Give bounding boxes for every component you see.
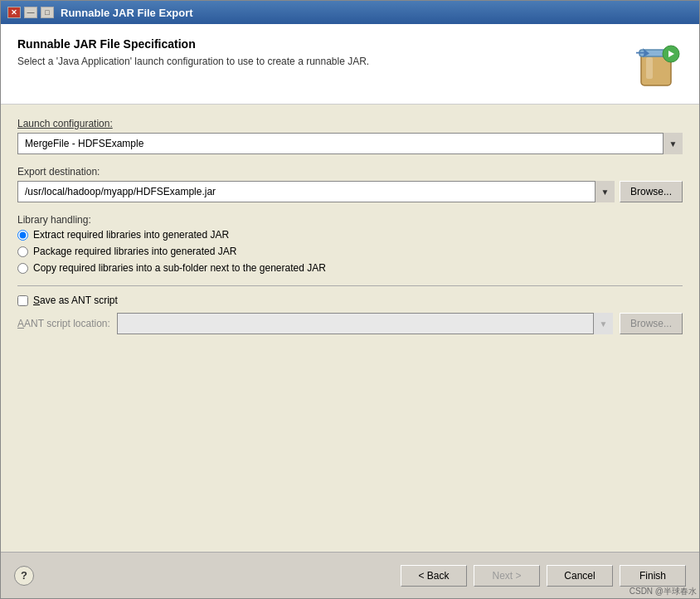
minimize-button[interactable]: — — [24, 7, 37, 18]
library-copy-label: Copy required libraries into a sub-folde… — [33, 262, 326, 274]
export-dest-browse-button[interactable]: Browse... — [620, 181, 683, 202]
title-bar: ✕ — □ Runnable JAR File Export — [1, 1, 699, 24]
ant-script-label-text: Save as ANT script — [33, 295, 118, 306]
jar-icon — [630, 37, 683, 90]
export-dest-row: ▼ Browse... — [17, 181, 683, 202]
ant-browse-button: Browse... — [620, 313, 683, 334]
page-description: Select a 'Java Application' launch confi… — [17, 56, 613, 67]
close-button[interactable]: ✕ — [7, 7, 21, 18]
library-extract-radio[interactable] — [17, 230, 28, 241]
window-controls: ✕ — □ — [7, 7, 54, 18]
launch-config-label-text: Launch configuration: — [17, 118, 113, 129]
ant-location-label: AANT script location: — [17, 318, 110, 329]
jar-graphic — [630, 37, 683, 90]
back-button[interactable]: < Back — [401, 565, 467, 587]
export-dest-label: Export destination: — [17, 166, 683, 178]
library-handling-group: Library handling: Extract required libra… — [17, 214, 683, 274]
ant-script-group: Save as ANT script AANT script location:… — [17, 295, 683, 334]
separator — [17, 285, 683, 286]
ant-location-input — [117, 313, 613, 334]
svg-rect-2 — [646, 57, 653, 79]
launch-config-select[interactable]: MergeFile - HDFSExample — [17, 133, 683, 154]
library-package-option[interactable]: Package required libraries into generate… — [17, 246, 683, 257]
library-extract-label: Extract required libraries into generate… — [33, 229, 229, 241]
ant-script-underline: S — [33, 295, 40, 306]
library-package-radio[interactable] — [17, 246, 28, 257]
window-title: Runnable JAR File Export — [61, 7, 193, 19]
header-section: Runnable JAR File Specification Select a… — [1, 24, 699, 105]
main-window: ✕ — □ Runnable JAR File Export Runnable … — [0, 0, 700, 599]
maximize-button[interactable]: □ — [41, 7, 54, 18]
watermark-text: CSDN @半球春水 — [630, 586, 697, 597]
ant-location-row: AANT script location: ▼ Browse... — [17, 313, 683, 334]
ant-input-wrapper: ▼ — [117, 313, 613, 334]
form-section: Launch configuration: MergeFile - HDFSEx… — [1, 105, 699, 552]
header-text: Runnable JAR File Specification Select a… — [17, 37, 613, 67]
ant-script-checkbox[interactable] — [17, 295, 28, 306]
ant-script-checkbox-label[interactable]: Save as ANT script — [17, 295, 683, 306]
export-dest-group: Export destination: ▼ Browse... — [17, 166, 683, 202]
library-extract-option[interactable]: Extract required libraries into generate… — [17, 229, 683, 241]
footer: ? < Back Next > Cancel Finish — [1, 552, 699, 598]
finish-button[interactable]: Finish — [620, 565, 686, 587]
library-copy-radio[interactable] — [17, 263, 28, 274]
library-package-label: Package required libraries into generate… — [33, 246, 236, 257]
footer-buttons: < Back Next > Cancel Finish — [401, 565, 686, 587]
launch-config-label: Launch configuration: — [17, 118, 683, 129]
ant-script-text: ave as ANT script — [40, 295, 118, 306]
library-handling-label: Library handling: — [17, 214, 683, 226]
library-handling-radio-group: Extract required libraries into generate… — [17, 229, 683, 274]
launch-config-group: Launch configuration: MergeFile - HDFSEx… — [17, 118, 683, 154]
launch-config-select-wrapper: MergeFile - HDFSExample ▼ — [17, 133, 683, 154]
content-area: Runnable JAR File Specification Select a… — [1, 24, 699, 552]
library-copy-option[interactable]: Copy required libraries into a sub-folde… — [17, 262, 683, 274]
help-button[interactable]: ? — [14, 566, 34, 586]
cancel-button[interactable]: Cancel — [547, 565, 613, 587]
next-button[interactable]: Next > — [474, 565, 540, 587]
export-dest-input-wrapper: ▼ — [17, 181, 615, 202]
export-dest-input[interactable] — [17, 181, 615, 202]
page-title: Runnable JAR File Specification — [17, 37, 613, 51]
